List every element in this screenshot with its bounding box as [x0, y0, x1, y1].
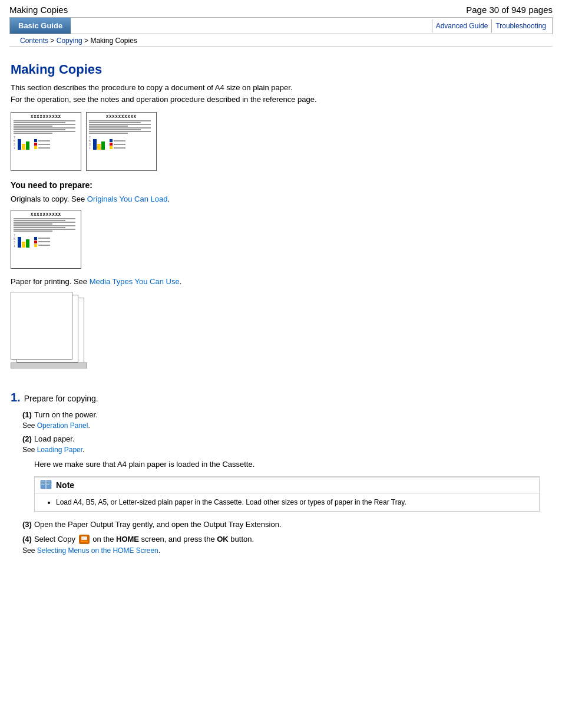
paper-sheet-3 — [11, 292, 72, 360]
step1-header: 1. Prepare for copying. — [11, 379, 551, 407]
svg-rect-10 — [81, 541, 88, 542]
intro-text: This section describes the procedure to … — [11, 82, 551, 105]
step1-number: 1. — [11, 391, 21, 404]
svg-rect-3 — [41, 483, 45, 483]
single-doc-image: XXXXXXXXXX 7531 — [11, 210, 551, 269]
originals-doc-image: XXXXXXXXXX 7531 — [11, 210, 81, 269]
page-header: Making Copies Page 30 of 949 pages — [0, 0, 562, 17]
substep1-num: (1) — [22, 410, 32, 419]
doc1-lines — [11, 119, 81, 136]
substep4-row: (4) Select Copy on the HOME screen, and … — [22, 535, 551, 546]
substep2: (2) Load paper. See Loading Paper. Here … — [22, 434, 551, 512]
note-header: Note — [35, 477, 539, 493]
note-title: Note — [56, 480, 74, 490]
svg-rect-2 — [41, 482, 45, 482]
main-content: Making Copies This section describes the… — [0, 47, 562, 569]
originals-doc-header: XXXXXXXXXX — [11, 210, 81, 217]
paper-link[interactable]: Media Types You Can Use — [90, 277, 180, 286]
step1-container: 1. Prepare for copying. (1) Turn on the … — [11, 379, 551, 555]
home-bold: HOME — [116, 535, 139, 543]
substep1-desc: Turn on the power. — [34, 410, 98, 419]
substep4-num: (4) — [22, 535, 32, 543]
doc-image-2: XXXXXXXXXX 7531 — [86, 112, 157, 171]
substep2-link[interactable]: Loading Paper — [37, 446, 82, 454]
note-icon — [39, 480, 52, 490]
doc2-chart — [93, 136, 105, 150]
substep4-link[interactable]: Selecting Menus on the HOME Screen — [37, 546, 158, 555]
note-box: Note Load A4, B5, A5, or Letter-sized pl… — [34, 476, 540, 512]
substep2-see: See Loading Paper. — [22, 446, 551, 454]
substep1-row: (1) Turn on the power. — [22, 410, 551, 420]
prepare-title: You need to prepare: — [11, 180, 551, 190]
nav-bar: Basic Guide Advanced Guide Troubleshooti… — [9, 17, 553, 34]
originals-text: Originals to copy. See Originals You Can… — [11, 193, 551, 205]
ok-bold: OK — [217, 535, 229, 543]
svg-rect-5 — [47, 482, 50, 482]
section-title: Making Copies — [11, 62, 551, 77]
page-title-header: Making Copies — [9, 5, 68, 15]
substep2-num: (2) — [22, 434, 32, 443]
note-content: Load A4, B5, A5, or Letter-sized plain p… — [35, 493, 539, 511]
substep4-see: See Selecting Menus on the HOME Screen. — [22, 546, 551, 555]
paper-stack — [11, 292, 87, 368]
substep1: (1) Turn on the power. See Operation Pan… — [22, 410, 551, 430]
substep4-desc: Select Copy on the HOME screen, and pres… — [34, 535, 254, 545]
advanced-guide-link[interactable]: Advanced Guide — [432, 19, 492, 32]
substep3-desc: Open the Paper Output Tray gently, and o… — [34, 520, 282, 529]
doc-images: XXXXXXXXXX 7531 — [11, 112, 551, 171]
doc1-header: XXXXXXXXXX — [11, 113, 81, 119]
substep3-row: (3) Open the Paper Output Tray gently, a… — [22, 520, 551, 530]
doc-image-1: XXXXXXXXXX 7531 — [11, 112, 81, 171]
substep1-see: See Operation Panel. — [22, 421, 551, 430]
originals-link[interactable]: Originals You Can Load — [87, 195, 168, 203]
doc2-legend — [107, 139, 128, 150]
svg-rect-4 — [41, 484, 44, 485]
svg-rect-9 — [81, 536, 87, 540]
originals-doc-chart — [18, 233, 29, 248]
note-item: Load A4, B5, A5, or Letter-sized plain p… — [56, 497, 534, 508]
doc2-header: XXXXXXXXXX — [87, 113, 156, 119]
substep2-desc: Load paper. — [34, 434, 75, 443]
breadcrumb: Contents > Copying > Making Copies — [9, 34, 553, 47]
page-number: Page 30 of 949 pages — [466, 5, 553, 15]
svg-rect-6 — [47, 483, 51, 483]
substep2-row: (2) Load paper. — [22, 434, 551, 444]
breadcrumb-copying[interactable]: Copying — [57, 37, 82, 45]
originals-doc-lines — [11, 217, 81, 233]
substep3-num: (3) — [22, 520, 32, 529]
step1-text: Prepare for copying. — [24, 394, 98, 403]
basic-guide-tab[interactable]: Basic Guide — [10, 18, 71, 34]
paper-base — [11, 363, 87, 368]
svg-rect-7 — [47, 484, 49, 485]
nav-right: Advanced Guide Troubleshooting — [432, 18, 552, 34]
doc1-legend — [32, 139, 52, 150]
troubleshooting-link[interactable]: Troubleshooting — [491, 19, 550, 32]
substep1-link[interactable]: Operation Panel — [37, 421, 88, 430]
paper-text: Paper for printing. See Media Types You … — [11, 276, 551, 288]
breadcrumb-current: Making Copies — [90, 37, 137, 45]
substep3: (3) Open the Paper Output Tray gently, a… — [22, 520, 551, 530]
doc1-chart — [18, 136, 29, 150]
paper-note-text: Here we make sure that A4 plain paper is… — [34, 459, 551, 470]
breadcrumb-contents[interactable]: Contents — [20, 37, 48, 45]
doc2-lines — [87, 119, 156, 136]
copy-icon — [79, 535, 90, 544]
originals-doc-legend — [32, 236, 52, 248]
substep4: (4) Select Copy on the HOME screen, and … — [22, 535, 551, 555]
